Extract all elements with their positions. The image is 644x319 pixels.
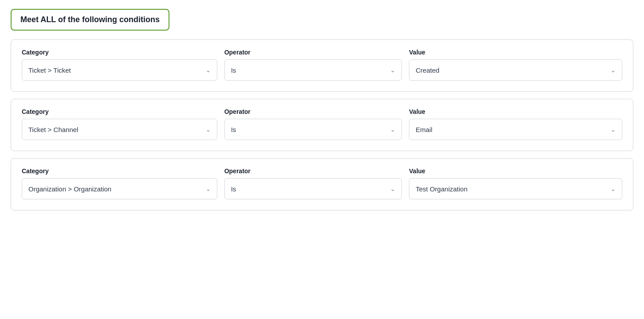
condition-1-operator-chevron-icon: ⌄ <box>390 67 395 74</box>
condition-2-value-label: Value <box>409 108 622 115</box>
condition-2-category-chevron-icon: ⌄ <box>206 126 211 133</box>
condition-2-operator-select[interactable]: Is ⌄ <box>224 119 402 140</box>
condition-3-category-label: Category <box>22 167 217 175</box>
condition-1-operator-select[interactable]: Is ⌄ <box>224 59 402 81</box>
condition-3-operator-chevron-icon: ⌄ <box>390 186 395 192</box>
condition-3-value-group: Value Test Organization ⌄ <box>409 167 622 199</box>
condition-1-operator-label: Operator <box>224 49 402 56</box>
condition-block-2: Category Ticket > Channel ⌄ Operator Is … <box>11 99 633 151</box>
condition-1-category-value: Ticket > Ticket <box>28 66 202 74</box>
condition-2-value-chevron-icon: ⌄ <box>611 126 616 133</box>
condition-3-category-value: Organization > Organization <box>28 185 202 193</box>
condition-2-operator-value: Is <box>231 126 387 133</box>
condition-3-operator-label: Operator <box>224 167 402 175</box>
condition-2-category-group: Category Ticket > Channel ⌄ <box>22 108 217 140</box>
condition-1-operator-group: Operator Is ⌄ <box>224 49 402 81</box>
conditions-container: Category Ticket > Ticket ⌄ Operator Is ⌄… <box>11 39 633 210</box>
condition-1-category-chevron-icon: ⌄ <box>206 67 211 74</box>
condition-3-operator-value: Is <box>231 185 387 193</box>
condition-block-1: Category Ticket > Ticket ⌄ Operator Is ⌄… <box>11 39 633 92</box>
condition-2-operator-chevron-icon: ⌄ <box>390 126 395 133</box>
condition-2-value-select[interactable]: Email ⌄ <box>409 119 622 140</box>
condition-block-3: Category Organization > Organization ⌄ O… <box>11 158 633 210</box>
condition-1-value-select[interactable]: Created ⌄ <box>409 59 622 81</box>
condition-1-category-label: Category <box>22 49 217 56</box>
condition-2-value-value: Email <box>416 126 607 133</box>
condition-1-value-label: Value <box>409 49 622 56</box>
condition-3-operator-select[interactable]: Is ⌄ <box>224 178 402 199</box>
condition-2-operator-group: Operator Is ⌄ <box>224 108 402 140</box>
condition-2-operator-label: Operator <box>224 108 402 115</box>
condition-2-category-value: Ticket > Channel <box>28 126 202 133</box>
condition-1-value-chevron-icon: ⌄ <box>611 67 616 74</box>
condition-3-category-chevron-icon: ⌄ <box>206 186 211 192</box>
condition-3-value-label: Value <box>409 167 622 175</box>
condition-3-category-group: Category Organization > Organization ⌄ <box>22 167 217 199</box>
condition-3-value-chevron-icon: ⌄ <box>611 186 616 192</box>
condition-1-value-value: Created <box>416 66 607 74</box>
condition-1-category-group: Category Ticket > Ticket ⌄ <box>22 49 217 81</box>
condition-3-value-select[interactable]: Test Organization ⌄ <box>409 178 622 199</box>
condition-2-category-select[interactable]: Ticket > Channel ⌄ <box>22 119 217 140</box>
condition-1-value-group: Value Created ⌄ <box>409 49 622 81</box>
condition-3-category-select[interactable]: Organization > Organization ⌄ <box>22 178 217 199</box>
condition-2-value-group: Value Email ⌄ <box>409 108 622 140</box>
condition-2-category-label: Category <box>22 108 217 115</box>
condition-3-value-value: Test Organization <box>416 185 607 193</box>
condition-1-operator-value: Is <box>231 66 387 74</box>
condition-1-category-select[interactable]: Ticket > Ticket ⌄ <box>22 59 217 81</box>
conditions-title: Meet ALL of the following conditions <box>11 9 169 31</box>
condition-3-operator-group: Operator Is ⌄ <box>224 167 402 199</box>
